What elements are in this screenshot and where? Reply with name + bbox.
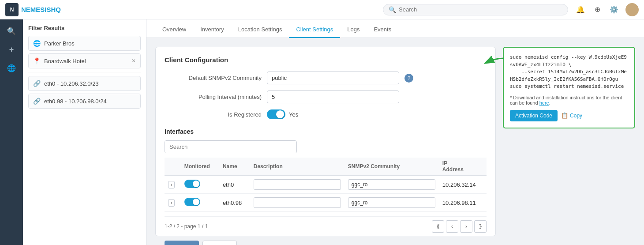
- row-expand-btn[interactable]: ›: [165, 176, 181, 194]
- polling-interval-input[interactable]: [267, 90, 399, 103]
- row-expand-btn[interactable]: ›: [165, 194, 181, 212]
- search-icon: 🔍: [389, 6, 396, 13]
- search-input[interactable]: [399, 6, 562, 13]
- client-config-card: Client Configuration Default SNMPv2 Comm…: [155, 47, 496, 236]
- is-registered-row: Is Registered Yes: [165, 109, 487, 119]
- form-actions: Update Cancel: [165, 241, 487, 245]
- tab-events[interactable]: Events: [367, 22, 398, 38]
- top-navigation: N NEMESISHQ 🔍 🔔 ⊕ ⚙️: [0, 0, 644, 19]
- monitored-toggle[interactable]: [184, 180, 200, 188]
- app-logo[interactable]: N NEMESISHQ: [5, 3, 61, 16]
- description-input-eth0[interactable]: [254, 179, 341, 190]
- pagination-info: 1-2 / 2 - page 1 / 1: [165, 223, 208, 230]
- col-ip-address: IPAddress: [439, 158, 487, 176]
- row-snmp: [344, 194, 439, 212]
- network-icon: 🔗: [33, 98, 41, 105]
- row-monitored: [181, 194, 219, 212]
- toggle-knob: [193, 181, 199, 187]
- command-text: sudo nemesisd config --key W.9cdpUsXjeE9…: [510, 54, 628, 90]
- command-line3: sudo systemctl restart nemesisd.service: [510, 83, 624, 89]
- cancel-button[interactable]: Cancel: [202, 241, 237, 245]
- activation-code-button[interactable]: Activation Code: [510, 110, 558, 121]
- interfaces-search-wrap[interactable]: [165, 140, 297, 153]
- interfaces-title: Interfaces: [165, 128, 487, 135]
- description-input-eth098[interactable]: [254, 197, 341, 208]
- filter-item-label: Parker Bros: [44, 40, 75, 47]
- network-item-eth098[interactable]: 🔗 eth0.98 - 10.206.98.0/24: [28, 94, 141, 109]
- command-box: sudo nemesisd config --key W.9cdpUsXjeE9…: [503, 47, 635, 128]
- sidebar-globe-icon[interactable]: 🌐: [4, 60, 19, 76]
- row-name: eth0.98: [219, 194, 250, 212]
- config-card-title: Client Configuration: [165, 56, 487, 64]
- expand-button[interactable]: ›: [168, 181, 175, 188]
- interfaces-search-input[interactable]: [165, 141, 296, 153]
- location-icon: 📍: [33, 57, 41, 64]
- filter-panel-title: Filter Results: [28, 25, 141, 31]
- app-name: NEMESISHQ: [21, 6, 61, 13]
- table-row: › eth0: [165, 176, 487, 194]
- avatar[interactable]: [625, 3, 639, 16]
- content-area: Overview Inventory Location Settings Cli…: [146, 19, 644, 245]
- here-link[interactable]: here: [539, 100, 549, 106]
- prev-page-button[interactable]: ‹: [446, 220, 458, 233]
- snmp-community-input[interactable]: [267, 72, 399, 84]
- row-monitored: [181, 176, 219, 194]
- expand-button[interactable]: ›: [168, 199, 175, 207]
- snmp-community-row: Default SNMPv2 Community ?: [165, 72, 487, 84]
- tab-client-settings[interactable]: Client Settings: [289, 22, 340, 38]
- monitored-toggle[interactable]: [184, 198, 200, 206]
- toggle-label: Yes: [289, 111, 298, 118]
- global-search-bar[interactable]: 🔍: [383, 4, 568, 15]
- next-page-button[interactable]: ›: [460, 220, 472, 233]
- interfaces-table: Monitored Name Description SNMPv2 Commun…: [165, 158, 487, 212]
- left-sidebar: 🔍 + 🌐: [0, 19, 23, 245]
- snmp-input-eth098[interactable]: [348, 197, 435, 208]
- tab-inventory[interactable]: Inventory: [193, 22, 231, 38]
- network-item-eth0[interactable]: 🔗 eth0 - 10.206.32.0/23: [28, 76, 141, 91]
- download-note-text: * Download and installation instructions…: [510, 95, 622, 106]
- snmp-input-eth0[interactable]: [348, 179, 435, 190]
- tab-location-settings[interactable]: Location Settings: [231, 22, 289, 38]
- remove-icon[interactable]: ✕: [131, 58, 136, 64]
- col-snmp-community: SNMPv2 Community: [344, 158, 439, 176]
- help-circle-icon[interactable]: ⊕: [592, 4, 603, 15]
- help-icon[interactable]: ?: [404, 74, 413, 83]
- col-description: Description: [250, 158, 344, 176]
- filter-item-parker-bros[interactable]: 🌐 Parker Bros: [28, 36, 141, 51]
- snmp-community-label: Default SNMPv2 Community: [165, 75, 262, 81]
- pagination-controls: ⟪ ‹ › ⟫: [432, 220, 487, 233]
- tab-bar: Overview Inventory Location Settings Cli…: [146, 19, 644, 38]
- row-description: [250, 176, 344, 194]
- download-note: * Download and installation instructions…: [510, 95, 628, 106]
- last-page-button[interactable]: ⟫: [474, 220, 487, 233]
- network-icon: 🔗: [33, 80, 41, 87]
- col-monitored: Monitored: [181, 158, 219, 176]
- first-page-button[interactable]: ⟪: [432, 220, 444, 233]
- polling-interval-label: Polling Interval (minutes): [165, 94, 262, 100]
- interfaces-section: Interfaces Monitored Name Description SN…: [165, 128, 487, 233]
- col-expand: [165, 158, 181, 176]
- tab-logs[interactable]: Logs: [340, 22, 367, 38]
- main-layout: 🔍 + 🌐 Filter Results 🌐 Parker Bros 📍 Boa…: [0, 19, 644, 245]
- sidebar-search-icon[interactable]: 🔍: [4, 23, 19, 39]
- notification-icon[interactable]: 🔔: [575, 4, 586, 15]
- toggle-knob: [193, 199, 199, 205]
- filter-item-boardwalk-hotel[interactable]: 📍 Boardwalk Hotel ✕: [28, 53, 141, 68]
- row-ip: 10.206.98.11: [439, 194, 487, 212]
- globe-icon: 🌐: [33, 40, 41, 47]
- row-ip: 10.206.32.14: [439, 176, 487, 194]
- command-line1: sudo nemesisd config --key W.9cdpUsXjeE9…: [510, 54, 627, 68]
- command-box-wrapper: sudo nemesisd config --key W.9cdpUsXjeE9…: [503, 47, 635, 236]
- copy-button[interactable]: 📋 Copy: [561, 112, 582, 119]
- filter-divider: [28, 72, 141, 72]
- command-actions: Activation Code 📋 Copy: [510, 110, 628, 121]
- copy-label: Copy: [570, 113, 582, 119]
- update-button[interactable]: Update: [165, 241, 199, 245]
- tab-overview[interactable]: Overview: [155, 22, 193, 38]
- table-row: › eth0.98: [165, 194, 487, 212]
- settings-icon[interactable]: ⚙️: [609, 4, 619, 15]
- sidebar-add-icon[interactable]: +: [4, 41, 19, 57]
- is-registered-toggle[interactable]: [267, 109, 285, 119]
- toggle-knob: [276, 110, 284, 118]
- network-item-label: eth0 - 10.206.32.0/23: [44, 80, 99, 87]
